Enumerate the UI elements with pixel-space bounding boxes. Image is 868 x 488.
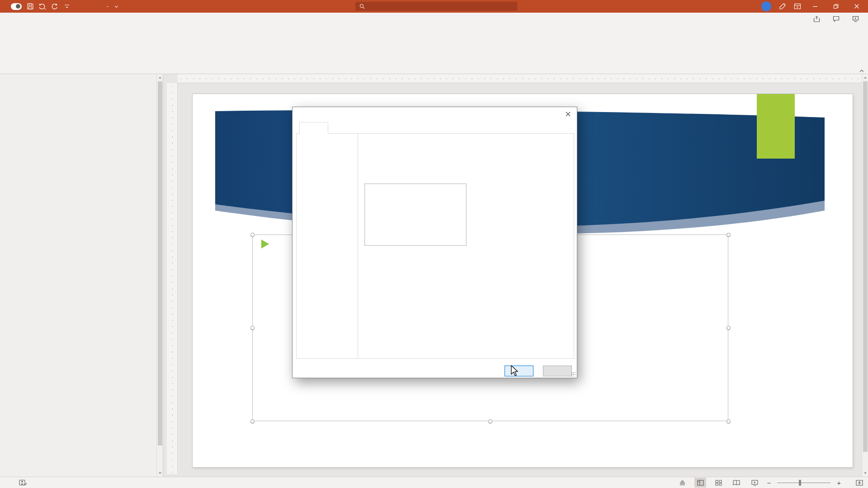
- slide-thumbnail-panel: [0, 74, 156, 477]
- quick-access-more-icon[interactable]: [63, 3, 71, 10]
- vertical-ruler: [167, 83, 178, 474]
- restore-button[interactable]: [829, 0, 843, 13]
- resize-handle-mid-left[interactable]: [250, 326, 255, 330]
- notes-icon: [679, 480, 686, 485]
- resize-handle-mid-right[interactable]: [726, 326, 731, 330]
- redo-button[interactable]: [51, 3, 58, 10]
- canvas-scrollbar[interactable]: [862, 74, 868, 477]
- title-chevron-icon: [115, 4, 118, 7]
- comments-button[interactable]: [833, 16, 842, 22]
- ribbon: [0, 25, 868, 74]
- title-dash: -: [107, 3, 108, 9]
- scroll-up-icon[interactable]: [158, 76, 162, 80]
- green-accent-shape[interactable]: [757, 94, 795, 159]
- canvas-scroll-down-icon[interactable]: [863, 471, 867, 475]
- canvas-scroll-up-icon[interactable]: [863, 76, 867, 80]
- save-icon[interactable]: [26, 3, 34, 10]
- scroll-down-icon[interactable]: [158, 471, 162, 475]
- powerpoint-window: -: [0, 0, 868, 488]
- notes-button[interactable]: [679, 480, 688, 485]
- accessibility-checker-icon[interactable]: [19, 479, 27, 486]
- resize-handle-bottom-mid[interactable]: [488, 419, 492, 423]
- mouse-cursor: [510, 365, 520, 377]
- minimize-button[interactable]: [808, 0, 822, 13]
- resize-handle-top-left[interactable]: [250, 233, 255, 237]
- canvas-scrollbar-thumb[interactable]: [863, 81, 868, 452]
- autosave-toggle[interactable]: [11, 3, 22, 10]
- close-button[interactable]: [850, 0, 863, 13]
- zoom-out-button[interactable]: −: [767, 479, 771, 487]
- normal-view-button[interactable]: [694, 478, 706, 488]
- dialog-resize-grip[interactable]: [571, 372, 576, 376]
- chart-category-list: [297, 134, 358, 358]
- title-bar: -: [0, 0, 868, 13]
- search-input[interactable]: [355, 2, 517, 11]
- pen-mode-icon[interactable]: [778, 3, 786, 10]
- horizontal-ruler: [178, 74, 862, 83]
- fit-slide-to-window-button[interactable]: [854, 478, 865, 488]
- resize-handle-bottom-left[interactable]: [250, 419, 255, 423]
- chart-preview-graphic: [365, 184, 466, 245]
- status-bar: − +: [0, 477, 868, 488]
- undo-button[interactable]: [38, 3, 46, 10]
- chart-preview[interactable]: [364, 183, 467, 246]
- dialog-content-box: [296, 133, 574, 359]
- zoom-in-button[interactable]: +: [837, 479, 841, 487]
- share-button[interactable]: [813, 16, 823, 22]
- dialog-title: [292, 107, 577, 122]
- share-icon: [813, 16, 820, 22]
- slide-sorter-view-button[interactable]: [712, 478, 724, 488]
- reading-view-button[interactable]: [731, 478, 742, 488]
- ribbon-display-options-icon[interactable]: [793, 3, 801, 10]
- resize-handle-bottom-right[interactable]: [726, 419, 731, 423]
- panel-scrollbar[interactable]: [156, 74, 163, 477]
- resize-handle-top-right[interactable]: [726, 233, 731, 237]
- comments-icon: [833, 16, 840, 22]
- search-icon: [359, 4, 365, 9]
- present-in-teams-button[interactable]: [852, 16, 862, 22]
- tab-all-charts[interactable]: [299, 122, 328, 134]
- autosave-knob-icon: [16, 4, 20, 9]
- ribbon-tab-bar: [0, 13, 868, 25]
- bullet-arrow-icon: [261, 239, 269, 249]
- insert-chart-dialog: [292, 107, 577, 378]
- dialog-close-button[interactable]: [559, 107, 577, 121]
- slide-show-button[interactable]: [749, 478, 760, 488]
- panel-scrollbar-thumb[interactable]: [158, 81, 162, 446]
- zoom-slider[interactable]: [777, 483, 830, 483]
- present-in-teams-icon: [852, 16, 859, 22]
- document-title[interactable]: -: [104, 3, 118, 9]
- cancel-button[interactable]: [543, 366, 572, 376]
- zoom-slider-thumb[interactable]: [799, 480, 801, 486]
- user-avatar[interactable]: [761, 1, 771, 11]
- close-icon: [565, 111, 571, 117]
